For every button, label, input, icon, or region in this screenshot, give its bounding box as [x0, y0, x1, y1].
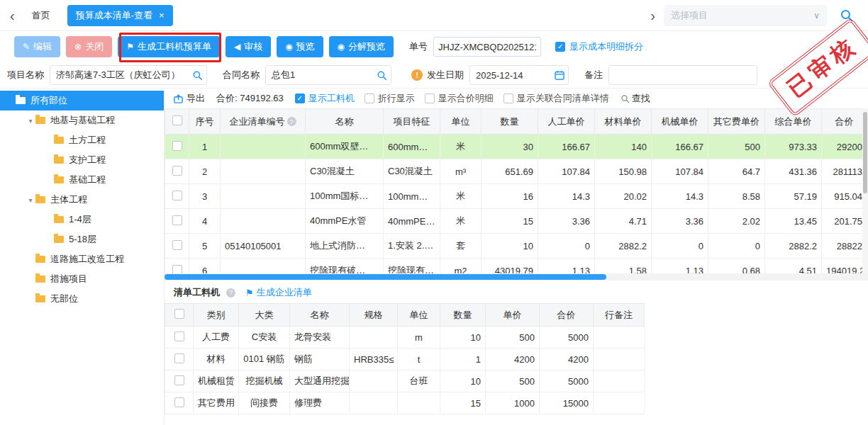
horizontal-scrollbar-thumb[interactable] — [165, 274, 606, 280]
show-cost-split-option[interactable]: ✓ 显示成本明细拆分 — [555, 40, 643, 53]
table-row[interactable]: 材料0101 钢筋钢筋HRB335≤t142004200 — [165, 348, 645, 370]
table-row[interactable]: 6挖除现有破…挖除现有…m243019.791.131.581.130.684.… — [165, 259, 867, 274]
checkbox-icon[interactable] — [172, 240, 182, 250]
table-option[interactable]: 显示关联合同清单详情 — [503, 92, 609, 105]
cell: 194019.25 — [822, 259, 867, 274]
back-icon[interactable]: ‹ — [10, 8, 15, 23]
preview-button[interactable]: ◉ 预览 — [277, 36, 323, 57]
split-preview-button[interactable]: ◉ 分解预览 — [329, 36, 394, 57]
cell: 100mm国标… — [306, 184, 384, 209]
generate-budget-button[interactable]: ⚑ 生成工料机预算单 — [118, 36, 220, 57]
export-button[interactable]: 导出 — [174, 92, 205, 105]
checkbox-icon[interactable] — [365, 94, 374, 103]
vertical-scrollbar-thumb[interactable] — [863, 112, 867, 193]
sidebar-item[interactable]: 道路施工改造工程 — [0, 249, 164, 269]
cell: 166.67 — [538, 135, 595, 159]
vertical-scrollbar[interactable] — [862, 108, 868, 273]
sidebar-item[interactable]: 措施项目 — [0, 269, 164, 289]
table-option-label: 显示工料机 — [308, 92, 355, 105]
cell: 6 — [189, 259, 221, 274]
sidebar-item[interactable]: ▾主体工程 — [0, 190, 164, 210]
checkbox-icon[interactable] — [174, 375, 184, 385]
sidebar-item[interactable]: 支护工程 — [0, 150, 164, 170]
find-button[interactable]: 查找 — [621, 92, 650, 105]
cell: 1.安装 2.… — [384, 234, 440, 259]
checkbox-icon[interactable] — [174, 309, 184, 319]
table-option[interactable]: ✓显示工料机 — [295, 92, 355, 105]
checkbox-icon[interactable]: ✓ — [555, 42, 565, 52]
tab-home[interactable]: 首页 — [23, 6, 59, 26]
sidebar-item-label: 地基与基础工程 — [50, 114, 115, 127]
project-search-icon[interactable] — [192, 70, 203, 81]
column-header: 机械单价 — [652, 109, 708, 135]
checkbox-icon[interactable] — [503, 94, 513, 103]
sidebar-item[interactable]: ▾地基与基础工程 — [0, 110, 164, 130]
forward-icon[interactable]: › — [650, 8, 655, 23]
horizontal-scrollbar[interactable] — [165, 273, 868, 280]
project-name-input[interactable] — [50, 65, 207, 85]
help-icon: ? — [287, 117, 296, 126]
sidebar-item[interactable]: 无部位 — [0, 289, 164, 309]
table-row[interactable]: 2C30混凝土C30混凝土m³651.69107.84150.98107.846… — [165, 159, 867, 184]
sidebar-item[interactable]: 1-4层 — [0, 210, 164, 230]
eye-icon: ◉ — [338, 42, 345, 52]
column-header: 其它费单价 — [708, 109, 765, 135]
checkbox-icon[interactable] — [425, 94, 435, 103]
checkbox-icon[interactable] — [172, 191, 182, 200]
table-option[interactable]: 折行显示 — [365, 92, 415, 105]
sidebar-item[interactable]: 所有部位 — [0, 91, 164, 110]
search-button[interactable] — [835, 5, 858, 26]
date-input[interactable] — [469, 65, 569, 85]
table-row[interactable]: 人工费C安装龙骨安装m105005000 — [165, 327, 645, 348]
checkbox-icon[interactable] — [174, 332, 184, 341]
table-row[interactable]: 440mmPE水管40mmPE…米153.364.713.362.0213.45… — [165, 209, 867, 234]
contract-name-label: 合同名称 — [223, 69, 260, 81]
checkbox-icon[interactable] — [172, 265, 182, 274]
generate-enterprise-list-link[interactable]: ⚑ 生成企业清单 — [245, 286, 312, 299]
row-checkbox-cell — [165, 135, 189, 159]
checkbox-icon[interactable]: ✓ — [295, 94, 305, 103]
cell: 30 — [482, 135, 538, 159]
edit-label: 编辑 — [33, 40, 52, 53]
order-no-input[interactable] — [433, 37, 541, 57]
checkbox-icon[interactable] — [172, 166, 182, 176]
contract-name-input[interactable] — [265, 65, 391, 85]
cell: 1.13 — [538, 259, 595, 274]
table-row[interactable]: 其它费用间接费修理费15100015000 — [165, 392, 645, 414]
table-row[interactable]: 1600mm双壁…600mm…米30166.67140166.67500973.… — [165, 135, 867, 159]
calendar-icon[interactable] — [555, 70, 564, 80]
cell: 10 — [440, 327, 486, 348]
remark-label: 备注 — [584, 69, 603, 81]
column-header: 类别 — [194, 304, 239, 327]
table-option[interactable]: 显示合价明细 — [425, 92, 494, 105]
checkbox-icon[interactable] — [172, 115, 182, 125]
sidebar-item-label: 措施项目 — [50, 273, 87, 285]
contract-search-icon[interactable] — [377, 70, 387, 81]
checkbox-icon[interactable] — [174, 397, 184, 407]
tab-budget-cost-view[interactable]: 预算成本清单-查看 × — [67, 5, 173, 26]
tab-close-icon[interactable]: × — [159, 10, 165, 21]
cell — [221, 259, 306, 274]
project-select[interactable]: 选择项目 ∨ — [664, 5, 827, 26]
cell: 4200 — [540, 348, 594, 370]
table-row[interactable]: 机械租赁挖掘机械大型通用挖掘…台班105005000 — [165, 370, 645, 392]
table-row[interactable]: 3100mm国标…100mm…米1614.320.0214.38.5857.19… — [165, 184, 867, 209]
checkbox-icon[interactable] — [174, 353, 184, 363]
sidebar-item[interactable]: 土方工程 — [0, 130, 164, 150]
remark-input[interactable] — [608, 65, 757, 85]
edit-button[interactable]: ✎ 编辑 — [14, 36, 60, 57]
row-checkbox-cell — [165, 370, 194, 392]
table-row[interactable]: 505140105001地上式消防…1.安装 2.…套1002882.20028… — [165, 234, 867, 259]
sidebar-item[interactable]: 基础工程 — [0, 170, 164, 190]
cell: 0101 钢筋 — [239, 348, 290, 370]
close-button[interactable]: ⊗ 关闭 — [66, 36, 112, 57]
sidebar-item[interactable]: 5-18层 — [0, 230, 164, 249]
header-row: 类别大类名称规格单位数量单价合价行备注 — [165, 304, 645, 327]
checkbox-icon[interactable] — [172, 215, 182, 225]
sidebar-item-label: 支护工程 — [69, 154, 106, 166]
cell: 40mmPE… — [384, 209, 440, 234]
checkbox-icon[interactable] — [172, 141, 182, 151]
column-header: 材料单价 — [595, 109, 652, 135]
audit-button[interactable]: ◀ 审核 — [226, 36, 271, 57]
cell: 150.98 — [595, 159, 652, 184]
